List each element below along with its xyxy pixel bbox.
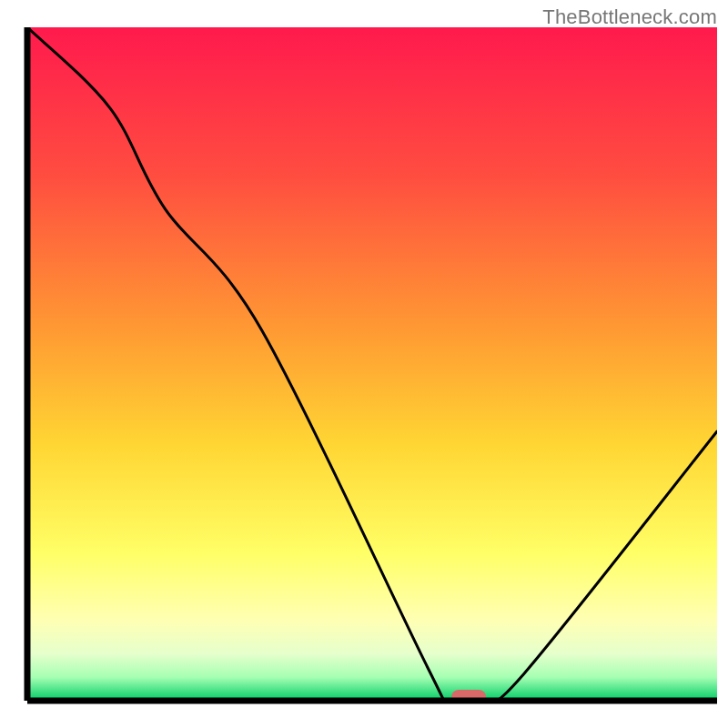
watermark-text: TheBottleneck.com xyxy=(542,5,717,29)
heat-gradient-fill xyxy=(27,27,717,701)
plot-area xyxy=(27,27,717,701)
bottleneck-chart xyxy=(0,0,728,728)
chart-container: TheBottleneck.com xyxy=(0,0,728,728)
